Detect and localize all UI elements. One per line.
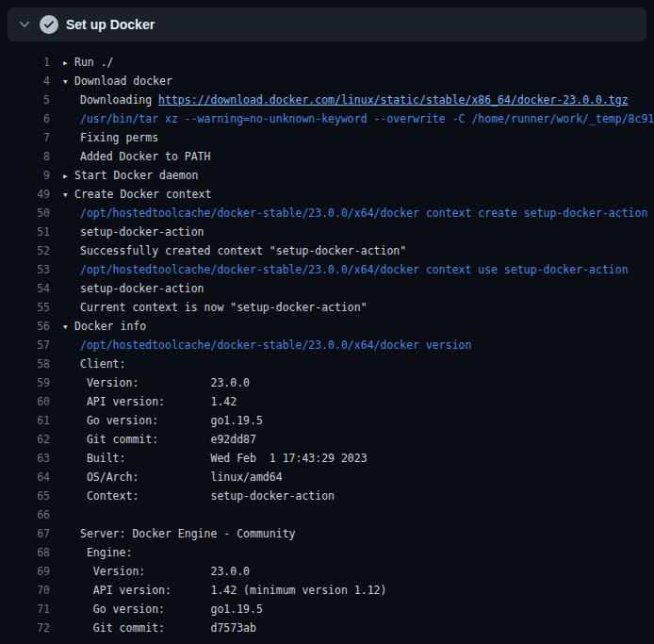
log-text — [62, 505, 654, 524]
log-group-header[interactable]: ▾Download docker — [62, 72, 654, 91]
log-text: Current context is now "setup-docker-act… — [62, 298, 654, 317]
line-number[interactable]: 65 — [0, 487, 50, 505]
log-line: 51setup-docker-action — [0, 223, 654, 241]
log-text: Go version: go1.19.5 — [62, 600, 654, 619]
log-line: 8Added Docker to PATH — [0, 147, 654, 166]
log-text: Version: 23.0.0 — [62, 562, 654, 581]
log-line: 50/opt/hostedtoolcache/docker-stable/23.… — [0, 204, 654, 223]
line-number[interactable]: 5 — [0, 91, 50, 109]
log-line: 55Current context is now "setup-docker-a… — [0, 298, 654, 317]
log-group-header[interactable]: ▸Run ./ — [62, 53, 654, 72]
log-line: 5Downloading https://download.docker.com… — [0, 91, 654, 109]
log-text: Built: Wed Feb 1 17:43:29 2023 — [62, 449, 654, 468]
log-text: setup-docker-action — [62, 223, 654, 241]
log-line: 54setup-docker-action — [0, 279, 654, 298]
line-number[interactable]: 8 — [0, 147, 50, 166]
line-number[interactable]: 57 — [0, 336, 50, 355]
log-group-title: Create Docker context — [74, 188, 211, 201]
log-text: Successfully created context "setup-dock… — [62, 241, 654, 260]
chevron-down-icon[interactable] — [17, 17, 32, 32]
log-group-title: Start Docker daemon — [74, 169, 199, 182]
log-line: 72 Git commit: d7573ab — [0, 619, 654, 637]
line-number[interactable]: 59 — [0, 373, 50, 392]
line-number[interactable]: 49 — [0, 185, 50, 204]
log-text: API version: 1.42 — [62, 392, 654, 411]
log-text: OS/Arch: linux/amd64 — [62, 468, 654, 487]
log-line: 69 Version: 23.0.0 — [0, 562, 654, 581]
line-number[interactable]: 58 — [0, 355, 50, 373]
line-number[interactable]: 1 — [0, 53, 50, 72]
line-number[interactable]: 51 — [0, 223, 50, 241]
line-number[interactable]: 66 — [0, 505, 50, 524]
line-number[interactable]: 67 — [0, 524, 50, 543]
line-number[interactable]: 50 — [0, 204, 50, 223]
line-number[interactable]: 55 — [0, 298, 50, 317]
log-line: 4▾Download docker — [0, 72, 654, 91]
log-text: Added Docker to PATH — [62, 147, 654, 166]
line-number[interactable]: 52 — [0, 241, 50, 260]
line-number[interactable]: 70 — [0, 581, 50, 600]
line-number[interactable]: 72 — [0, 619, 50, 637]
log-line: 63 Built: Wed Feb 1 17:43:29 2023 — [0, 449, 654, 468]
check-circle-icon — [40, 15, 58, 34]
log-line: 64 OS/Arch: linux/amd64 — [0, 468, 654, 487]
step-header[interactable]: Set up Docker — [8, 8, 646, 41]
log-text: Client: — [62, 355, 654, 373]
line-number[interactable]: 4 — [0, 72, 50, 91]
triangle-down-icon[interactable]: ▾ — [62, 186, 74, 204]
log-line: 57/opt/hostedtoolcache/docker-stable/23.… — [0, 336, 654, 355]
line-number[interactable]: 60 — [0, 392, 50, 411]
log-line: 58Client: — [0, 355, 654, 373]
log-group-header[interactable]: ▸Start Docker daemon — [62, 166, 654, 185]
line-number[interactable]: 53 — [0, 260, 50, 279]
log-line: 68 Engine: — [0, 543, 654, 562]
line-number[interactable]: 7 — [0, 128, 50, 147]
line-number[interactable]: 62 — [0, 430, 50, 449]
step-title: Set up Docker — [66, 17, 155, 32]
triangle-right-icon[interactable]: ▸ — [62, 54, 74, 72]
line-number[interactable]: 69 — [0, 562, 50, 581]
line-number[interactable]: 64 — [0, 468, 50, 487]
log-line: 71 Go version: go1.19.5 — [0, 600, 654, 619]
triangle-right-icon[interactable]: ▸ — [62, 167, 74, 185]
log-text: setup-docker-action — [62, 279, 654, 298]
line-number[interactable]: 68 — [0, 543, 50, 562]
log-line: 66 — [0, 505, 654, 524]
log-group-header[interactable]: ▾Create Docker context — [62, 185, 654, 204]
log-line: 1▸Run ./ — [0, 53, 654, 72]
log-line: 53/opt/hostedtoolcache/docker-stable/23.… — [0, 260, 654, 279]
log-line: 7Fixing perms — [0, 128, 654, 147]
log-text: Fixing perms — [62, 128, 654, 147]
log-command: /opt/hostedtoolcache/docker-stable/23.0.… — [62, 336, 654, 355]
log-group-title: Download docker — [74, 74, 172, 88]
log-text: Engine: — [62, 543, 654, 562]
log-group-header[interactable]: ▾Docker info — [62, 317, 654, 336]
triangle-down-icon[interactable]: ▾ — [62, 73, 74, 91]
line-number[interactable]: 61 — [0, 411, 50, 430]
log-line: 65 Context: setup-docker-action — [0, 487, 654, 505]
log-text: API version: 1.42 (minimum version 1.12) — [62, 581, 654, 600]
log-text: Context: setup-docker-action — [62, 487, 654, 505]
line-number[interactable]: 9 — [0, 166, 50, 185]
log-text: Server: Docker Engine - Community — [62, 524, 654, 543]
log-text: Downloading https://download.docker.com/… — [62, 91, 654, 109]
log-area: 1▸Run ./4▾Download docker5Downloading ht… — [0, 41, 654, 644]
log-text: Version: 23.0.0 — [62, 373, 654, 392]
line-number[interactable]: 54 — [0, 279, 50, 298]
log-line: 56▾Docker info — [0, 317, 654, 336]
log-text: Git commit: d7573ab — [62, 619, 654, 637]
log-line: 6/usr/bin/tar xz --warning=no-unknown-ke… — [0, 109, 654, 128]
triangle-down-icon[interactable]: ▾ — [62, 318, 74, 336]
log-group-title: Run ./ — [74, 56, 114, 69]
line-number[interactable]: 56 — [0, 317, 50, 336]
line-number[interactable]: 6 — [0, 109, 50, 128]
log-link[interactable]: https://download.docker.com/linux/static… — [158, 93, 629, 107]
log-command: /usr/bin/tar xz --warning=no-unknown-key… — [62, 109, 654, 128]
line-number[interactable]: 63 — [0, 449, 50, 468]
log-line: 52Successfully created context "setup-do… — [0, 241, 654, 260]
log-line: 59 Version: 23.0.0 — [0, 373, 654, 392]
line-number[interactable]: 71 — [0, 600, 50, 619]
log-line: 70 API version: 1.42 (minimum version 1.… — [0, 581, 654, 600]
log-text: Git commit: e92dd87 — [62, 430, 654, 449]
log-line: 62 Git commit: e92dd87 — [0, 430, 654, 449]
